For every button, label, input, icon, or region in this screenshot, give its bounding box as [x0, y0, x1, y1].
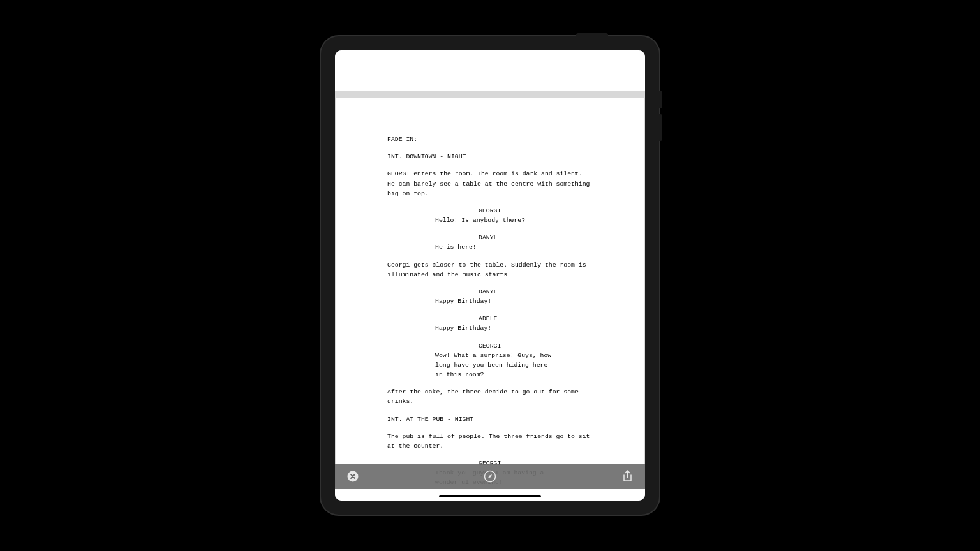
character-name: DANYL [479, 233, 593, 242]
action-text: The pub is full of people. The three fri… [387, 432, 593, 451]
dialogue-text: Wow! What a surprise! Guys, how long hav… [435, 351, 553, 380]
tablet-side-button-2 [659, 114, 662, 141]
close-icon [347, 471, 359, 482]
dialogue-text: Happy Birthday! [435, 323, 553, 333]
tablet-screen: FADE IN: INT. DOWNTOWN - NIGHT GEORGI en… [335, 50, 645, 501]
scene-heading-1: INT. DOWNTOWN - NIGHT [387, 152, 593, 161]
dialogue-block: DANYL Happy Birthday! [387, 287, 593, 306]
dialogue-block: DANYL He is here! [387, 233, 593, 252]
dialogue-text: Happy Birthday! [435, 297, 553, 306]
action-text: GEORGI enters the room. The room is dark… [387, 169, 593, 198]
character-name: GEORGI [479, 206, 593, 216]
dialogue-block: GEORGI Hello! Is anybody there? [387, 206, 593, 225]
close-button[interactable] [346, 470, 359, 483]
action-text: After the cake, the three decide to go o… [387, 387, 593, 406]
fade-in-text: FADE IN: [387, 135, 593, 144]
share-button[interactable] [621, 470, 634, 483]
tablet-side-button-1 [659, 91, 662, 108]
dialogue-text: He is here! [435, 242, 553, 252]
safari-button[interactable] [484, 470, 496, 483]
share-icon [622, 470, 633, 483]
dialogue-block: GEORGI Wow! What a surprise! Guys, how l… [387, 341, 593, 380]
character-name: ADELE [479, 314, 593, 323]
screenplay-page: FADE IN: INT. DOWNTOWN - NIGHT GEORGI en… [336, 98, 644, 489]
action-text: Georgi gets closer to the table. Suddenl… [387, 260, 593, 279]
compass-icon [484, 470, 496, 483]
scene-heading-2: INT. AT THE PUB - NIGHT [387, 415, 593, 424]
home-indicator[interactable] [439, 495, 541, 497]
tablet-top-button [576, 33, 608, 36]
dialogue-text: Hello! Is anybody there? [435, 216, 553, 225]
dialogue-block: ADELE Happy Birthday! [387, 314, 593, 333]
character-name: DANYL [479, 287, 593, 297]
document-header-blank [335, 50, 645, 91]
tablet-device-frame: FADE IN: INT. DOWNTOWN - NIGHT GEORGI en… [321, 36, 659, 515]
character-name: GEORGI [479, 341, 593, 351]
bottom-toolbar [335, 464, 645, 489]
